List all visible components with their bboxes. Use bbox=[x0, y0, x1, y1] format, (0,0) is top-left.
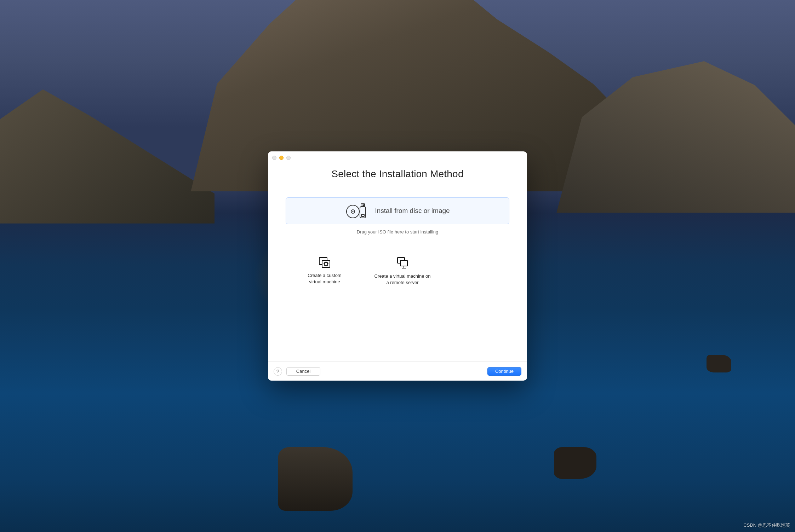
help-button[interactable]: ? bbox=[274, 367, 282, 376]
custom-vm-icon bbox=[318, 257, 331, 269]
install-from-disc-option[interactable]: Install from disc or image bbox=[286, 197, 509, 224]
dialog-footer: ? Cancel Continue bbox=[268, 362, 527, 381]
cancel-button[interactable]: Cancel bbox=[286, 367, 320, 376]
watermark-text: CSDN @忍不住吃泡芙 bbox=[743, 522, 790, 528]
svg-line-16 bbox=[327, 265, 328, 266]
wallpaper-rock bbox=[554, 447, 596, 479]
continue-button[interactable]: Continue bbox=[487, 367, 521, 376]
create-remote-vm-option[interactable]: Create a virtual machine on a remote ser… bbox=[364, 255, 441, 287]
installation-method-dialog: Select the Installation Method Install f… bbox=[268, 151, 527, 381]
svg-rect-7 bbox=[361, 214, 364, 216]
wallpaper-rock bbox=[707, 355, 731, 372]
create-custom-vm-label: Create a custom virtual machine bbox=[308, 272, 341, 285]
wallpaper-rock bbox=[278, 447, 353, 511]
install-from-disc-label: Install from disc or image bbox=[375, 207, 450, 215]
remote-vm-icon bbox=[396, 257, 409, 270]
drag-iso-hint: Drag your ISO file here to start install… bbox=[357, 229, 439, 235]
window-minimize-button[interactable] bbox=[279, 156, 284, 160]
disc-usb-icon bbox=[345, 202, 368, 219]
svg-point-2 bbox=[353, 211, 354, 212]
window-titlebar bbox=[268, 151, 527, 164]
create-remote-vm-label: Create a virtual machine on a remote ser… bbox=[374, 273, 431, 285]
dialog-title: Select the Installation Method bbox=[331, 168, 463, 180]
svg-line-18 bbox=[324, 265, 325, 266]
svg-line-17 bbox=[327, 262, 328, 262]
svg-line-15 bbox=[324, 262, 325, 262]
help-icon: ? bbox=[276, 369, 279, 374]
secondary-options-row: Create a custom virtual machine Create a… bbox=[286, 255, 509, 287]
dialog-content: Select the Installation Method Install f… bbox=[268, 164, 527, 362]
window-close-button[interactable] bbox=[272, 156, 276, 160]
create-custom-vm-option[interactable]: Create a custom virtual machine bbox=[286, 255, 364, 287]
section-divider bbox=[286, 241, 509, 241]
window-zoom-button[interactable] bbox=[286, 156, 291, 160]
svg-rect-4 bbox=[361, 204, 365, 207]
svg-rect-20 bbox=[400, 260, 407, 266]
